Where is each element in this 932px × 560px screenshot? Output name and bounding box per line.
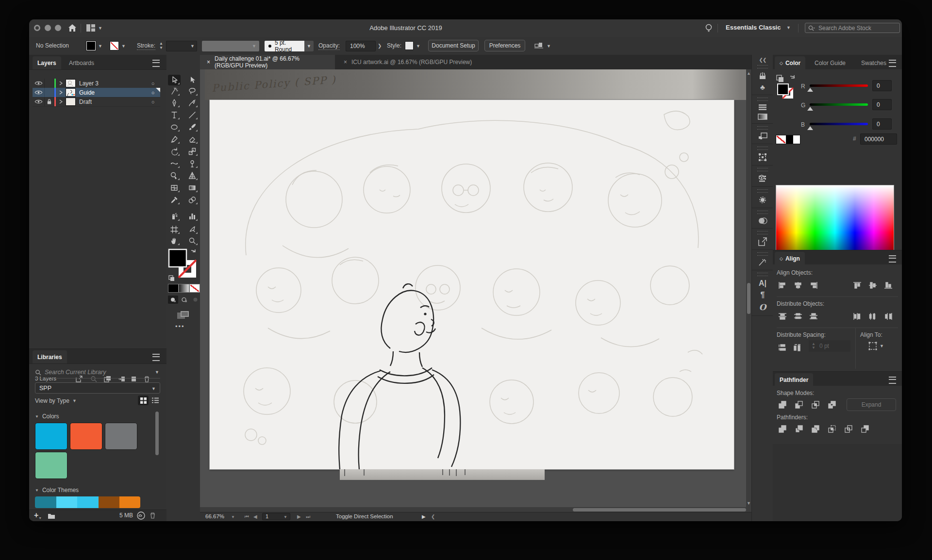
direct-selection-tool[interactable] [186, 75, 199, 85]
layer-name[interactable]: Draft [76, 99, 146, 105]
perspective-grid-tool[interactable] [186, 170, 199, 181]
color-mode-button[interactable] [168, 284, 179, 293]
horizontal-scrollbar[interactable] [200, 507, 751, 512]
zoom-tool[interactable] [186, 235, 199, 246]
window-minimize-button[interactable] [45, 25, 51, 31]
visibility-eye-icon[interactable] [33, 88, 45, 97]
opacity-more-icon[interactable]: ❯ [378, 43, 382, 49]
stroke-weight-link[interactable]: Stroke: [137, 42, 155, 50]
style-chevron-icon[interactable]: ▼ [416, 44, 420, 49]
grid-view-button[interactable] [138, 395, 149, 405]
layer-thumbnail[interactable] [66, 98, 76, 106]
library-swatch-blue[interactable] [35, 423, 67, 450]
color-themes-section-header[interactable]: ▼ Color Themes [35, 487, 79, 494]
document-tab-inactive[interactable]: × ICU artwork.ai @ 16.67% (RGB/GPU Previ… [337, 55, 479, 69]
hex-value-field[interactable]: 000000 [860, 133, 897, 145]
first-artboard-icon[interactable]: ⏮ [245, 514, 249, 520]
red-slider-thumb[interactable] [807, 88, 813, 92]
expand-chevron-icon[interactable] [56, 97, 66, 106]
character-panel-icon[interactable]: A| [752, 279, 773, 288]
width-profile-dropdown[interactable]: ▼ [202, 41, 259, 51]
blend-tool[interactable] [186, 195, 199, 205]
vertical-scrollbar-thumb[interactable] [747, 283, 750, 314]
symbols-panel-icon[interactable]: ♣ [752, 83, 773, 91]
opacity-field[interactable]: 100% [346, 41, 376, 51]
green-value-field[interactable]: 0 [872, 99, 892, 110]
stock-search-input[interactable] [817, 24, 892, 32]
align-bottom-button[interactable] [882, 279, 895, 292]
visibility-eye-icon[interactable] [33, 97, 45, 106]
minus-back-button[interactable] [858, 423, 872, 435]
brush-chevron-icon[interactable]: ▼ [304, 41, 314, 51]
merge-button[interactable] [809, 423, 822, 435]
panel-collapse-icon[interactable]: ◇ [780, 61, 783, 66]
width-tool[interactable] [168, 158, 181, 169]
status-play-icon[interactable]: ▶ [422, 514, 426, 519]
selection-tool[interactable] [168, 75, 181, 85]
visibility-eye-icon[interactable] [33, 79, 45, 88]
tab-artboards[interactable]: Artboards [64, 56, 99, 69]
distribute-bottom-button[interactable] [807, 310, 820, 323]
layer-thumbnail[interactable] [66, 79, 76, 87]
vertical-distribute-space-button[interactable] [776, 341, 789, 354]
home-icon[interactable] [68, 24, 77, 34]
rotate-tool[interactable] [168, 146, 181, 157]
puppet-warp-tool[interactable] [186, 158, 199, 169]
red-value-field[interactable]: 0 [872, 80, 892, 91]
lock-cell[interactable] [45, 88, 54, 97]
delete-library-item-icon[interactable] [150, 512, 156, 521]
type-tool[interactable] [168, 110, 181, 120]
layer-name[interactable]: Layer 3 [76, 80, 146, 87]
arrange-documents-chevron-icon[interactable]: ▼ [98, 26, 102, 31]
workspace-switcher[interactable]: Essentials Classic [726, 24, 781, 31]
align-horizontal-center-button[interactable] [791, 279, 805, 292]
magic-wand-tool[interactable] [168, 86, 181, 97]
green-slider[interactable] [810, 103, 868, 106]
stroke-weight-chevron-icon[interactable]: ▼ [190, 44, 195, 49]
tab-pathfinder[interactable]: Pathfinder [775, 373, 813, 386]
hand-tool[interactable] [168, 235, 181, 246]
creative-cloud-icon[interactable] [137, 511, 145, 521]
layer-row-layer3[interactable]: Layer 3 ○ [33, 79, 160, 88]
style-swatch[interactable] [405, 41, 414, 50]
brush-definition-dropdown[interactable]: 5 pt. Round [265, 41, 304, 51]
intersect-button[interactable] [809, 398, 822, 411]
gradient-mode-button[interactable] [179, 284, 189, 293]
align-glyphs-icon[interactable] [534, 42, 544, 51]
library-search[interactable]: Search Current Library ▼ [35, 366, 160, 379]
color-theme-strip[interactable] [35, 496, 140, 508]
fill-stroke-indicator[interactable] [168, 248, 199, 282]
blue-slider[interactable] [810, 123, 868, 125]
align-top-button[interactable] [850, 279, 864, 292]
document-setup-button[interactable]: Document Setup [428, 40, 479, 51]
tab-layers[interactable]: Layers [33, 56, 61, 69]
paintbrush-tool[interactable] [186, 122, 199, 132]
scroll-up-icon[interactable]: ▲ [746, 71, 751, 76]
adobe-stock-search[interactable] [805, 23, 900, 33]
layer-name[interactable]: Guide [76, 89, 146, 96]
transparency-panel-icon[interactable] [752, 217, 773, 225]
crop-button[interactable] [825, 423, 839, 435]
trim-button[interactable] [792, 423, 806, 435]
vertical-scrollbar[interactable]: ▲ ▼ [746, 69, 751, 507]
theme-color-2[interactable] [56, 496, 77, 508]
distribute-vertical-center-button[interactable] [791, 310, 805, 323]
stroke-panel-icon[interactable] [752, 104, 773, 111]
divide-button[interactable] [776, 423, 789, 435]
lasso-tool[interactable] [186, 86, 199, 97]
distribute-right-button[interactable] [882, 310, 895, 323]
library-search-chevron-icon[interactable]: ▼ [155, 370, 159, 375]
colors-section-header[interactable]: ▼ Colors [35, 413, 59, 420]
horizontal-scrollbar-thumb[interactable] [573, 508, 746, 511]
library-select[interactable]: SPP ▼ [35, 382, 160, 394]
fill-chevron-icon[interactable]: ▼ [98, 44, 102, 49]
sync-lightbulb-icon[interactable] [705, 23, 713, 35]
eraser-tool[interactable] [186, 134, 199, 145]
pen-tool[interactable] [168, 98, 181, 108]
paragraph-panel-icon[interactable]: ¶ [752, 291, 773, 299]
opacity-link[interactable]: Opacity: [318, 42, 340, 50]
green-slider-thumb[interactable] [807, 107, 813, 111]
tab-color[interactable]: ◇Color [775, 56, 805, 69]
align-vertical-center-button[interactable] [866, 279, 880, 292]
gradient-tool[interactable] [186, 182, 199, 193]
